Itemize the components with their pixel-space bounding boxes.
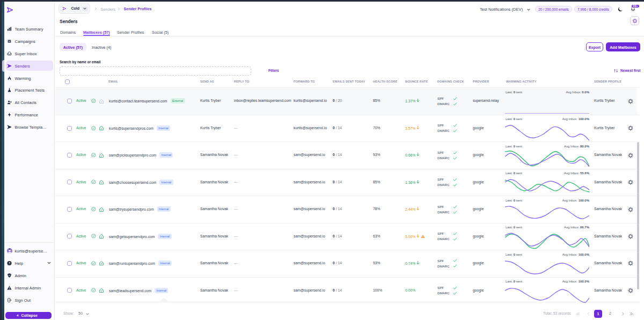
svg-text:?: ? [9, 262, 10, 265]
